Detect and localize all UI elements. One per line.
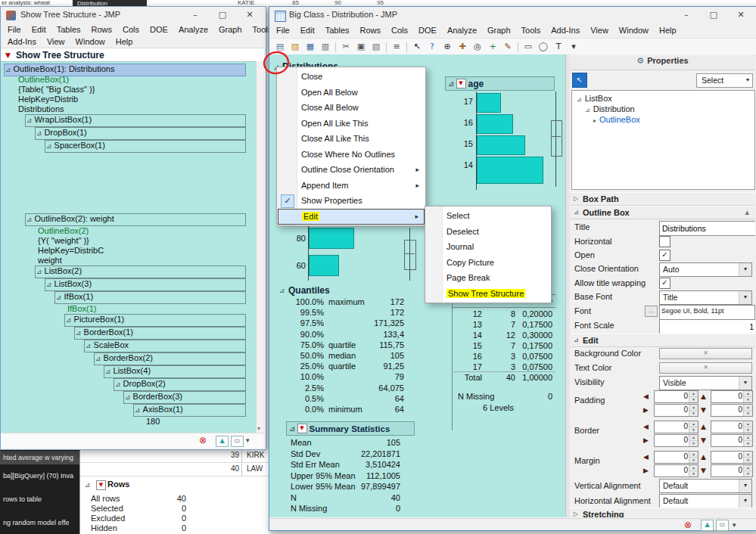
- menu-analyze[interactable]: Analyze: [173, 23, 213, 36]
- border-bottom-spinner[interactable]: 0▴▾: [711, 434, 753, 447]
- prop-checkbox-horizontal[interactable]: [659, 236, 670, 247]
- spin-down-icon[interactable]: ▾: [743, 427, 752, 433]
- copy-icon[interactable]: ▣: [353, 40, 369, 54]
- menu-graph[interactable]: Graph: [213, 23, 247, 36]
- prop-select-close-orientation[interactable]: Auto▾: [659, 262, 752, 277]
- padding-bottom-spinner[interactable]: 0▴▾: [711, 404, 753, 417]
- tree-item[interactable]: ⊿BorderBox(1): [74, 327, 246, 340]
- background-color-swatch[interactable]: ✕: [659, 348, 752, 359]
- close-report-icon[interactable]: ⊗: [199, 435, 207, 446]
- disclosure-icon[interactable]: ⊿: [279, 287, 285, 294]
- tree-item[interactable]: ⊿ListBox(2): [35, 265, 246, 278]
- tree-window-titlebar[interactable]: Show Tree Structure - JMP – □ ✕: [1, 7, 266, 23]
- margin-left-spinner[interactable]: 0▴▾: [654, 451, 698, 464]
- menu-graph[interactable]: Graph: [482, 24, 516, 38]
- tree-item[interactable]: OutlineBox(1): [18, 75, 69, 85]
- dropdown-icon[interactable]: ▾: [246, 436, 250, 444]
- paste-icon[interactable]: ▧: [369, 40, 384, 54]
- weight-histogram-bar[interactable]: [309, 255, 339, 276]
- tree-item[interactable]: ⊿IfBox(1): [54, 291, 246, 304]
- section-edit[interactable]: ⊿Edit: [570, 334, 755, 347]
- spin-up-icon[interactable]: ▴: [689, 465, 698, 471]
- tree-item[interactable]: ⊿OutlineBox(2): weight: [25, 213, 246, 226]
- tree-scrollbar[interactable]: ▾: [256, 61, 265, 433]
- spin-up-icon[interactable]: ▴: [743, 391, 752, 397]
- disclosure-icon[interactable]: ⊿: [65, 316, 74, 324]
- submenu-item-copy-picture[interactable]: Copy Picture: [426, 255, 550, 270]
- spin-down-icon[interactable]: ▾: [743, 411, 752, 416]
- oval-tool-icon[interactable]: ◯: [536, 40, 551, 54]
- disclosure-icon[interactable]: ⊿: [5, 66, 14, 73]
- spin-up-icon[interactable]: ▴: [689, 405, 698, 411]
- margin-top-spinner[interactable]: 0▴▾: [711, 451, 753, 464]
- tree-item[interactable]: ⊿SpacerBox(1): [45, 140, 246, 153]
- context-menu-item-show-properties[interactable]: ✓Show Properties: [278, 193, 425, 208]
- tree-item[interactable]: ⊿BorderBox(2): [94, 352, 246, 365]
- tree-item[interactable]: ⊿AxisBox(1): [133, 404, 246, 417]
- properties-tree-item-distribution[interactable]: ⊿Distribution: [585, 104, 635, 113]
- margin-right-spinner[interactable]: 0▴▾: [654, 464, 698, 477]
- disclosure-icon[interactable]: ⊿: [85, 342, 94, 349]
- plus-icon[interactable]: +: [485, 40, 500, 54]
- disclosure-icon[interactable]: ⊿: [45, 142, 54, 150]
- spin-down-icon[interactable]: ▾: [743, 458, 752, 463]
- spin-down-icon[interactable]: ▾: [689, 458, 698, 463]
- spin-up-icon[interactable]: ▴: [689, 391, 698, 397]
- weight-histogram-bar[interactable]: [309, 228, 354, 249]
- spin-down-icon[interactable]: ▾: [689, 411, 698, 416]
- window-mode-icon[interactable]: ▭: [231, 436, 244, 447]
- context-menu-item-close[interactable]: Close: [278, 69, 425, 84]
- spin-down-icon[interactable]: ▾: [689, 471, 698, 477]
- minimize-button[interactable]: –: [182, 7, 208, 23]
- prop-select-base-font[interactable]: Title▾: [659, 290, 752, 305]
- disclosure-icon[interactable]: ⊿: [36, 268, 45, 275]
- disclosure-icon[interactable]: ⊿: [36, 129, 45, 137]
- annotate-icon[interactable]: ✎: [500, 40, 515, 54]
- disclosure-icon[interactable]: ▷: [574, 508, 578, 517]
- context-menu-item-open-all-below[interactable]: Open All Below: [278, 85, 425, 100]
- scroll-up-icon[interactable]: ▲: [216, 436, 229, 447]
- tree-item[interactable]: IfBox(1): [67, 304, 97, 314]
- close-report-icon[interactable]: ⊗: [684, 520, 692, 530]
- minimize-button[interactable]: –: [674, 7, 699, 23]
- age-histogram-bar[interactable]: [477, 157, 543, 184]
- menu-edit[interactable]: Edit: [26, 23, 51, 36]
- menu-tools[interactable]: Tools: [516, 24, 546, 38]
- help-icon[interactable]: ?: [425, 40, 440, 54]
- section-box-path[interactable]: ▷Box Path: [570, 192, 755, 206]
- red-triangle-button[interactable]: ▼: [456, 79, 466, 88]
- disclosure-icon[interactable]: ▷: [574, 193, 578, 205]
- menu-cols[interactable]: Cols: [117, 23, 145, 36]
- crosshair-icon[interactable]: ⊕: [440, 40, 455, 54]
- disclosure-icon[interactable]: ⊿: [574, 206, 579, 219]
- submenu-item-select[interactable]: Select: [426, 208, 550, 223]
- prop-input-title[interactable]: [659, 221, 755, 236]
- disclosure-icon[interactable]: ⊿: [26, 116, 35, 124]
- font-picker-button[interactable]: …: [645, 306, 658, 317]
- disclosure-icon[interactable]: ⊿: [577, 96, 582, 103]
- tree-item[interactable]: ⊿BorderBox(3): [123, 391, 246, 404]
- scroll-down-icon[interactable]: ▾: [257, 425, 260, 432]
- menu-tables[interactable]: Tables: [51, 23, 86, 36]
- window-mode-icon[interactable]: ▭: [716, 520, 729, 531]
- menu-window[interactable]: Window: [70, 36, 110, 48]
- disclosure-icon[interactable]: ⊿: [95, 355, 104, 362]
- spin-down-icon[interactable]: ▾: [743, 397, 752, 402]
- save-icon[interactable]: ▦: [303, 40, 318, 54]
- tree-item[interactable]: HelpKey=Distrib: [18, 95, 78, 104]
- spin-up-icon[interactable]: ▴: [743, 452, 752, 458]
- properties-tree-item-outlinebox[interactable]: ▸OutlineBox: [593, 115, 640, 124]
- tree-item[interactable]: ⊿PictureBox(1): [64, 314, 246, 327]
- spin-down-icon[interactable]: ▾: [689, 441, 698, 446]
- tree-item[interactable]: 180: [146, 417, 160, 427]
- disclosure-icon[interactable]: ⊿: [289, 425, 295, 433]
- background-menu-item[interactable]: rows to table: [0, 492, 79, 506]
- menu-tables[interactable]: Tables: [320, 24, 355, 38]
- menu-doe[interactable]: DOE: [145, 23, 173, 36]
- menu-rows[interactable]: Rows: [355, 24, 387, 38]
- prop-font-value[interactable]: Segoe UI, Bold, 11pt: [659, 305, 755, 321]
- menu-doe[interactable]: DOE: [413, 24, 442, 38]
- tree-item[interactable]: ⊿ScaleBox: [84, 340, 246, 352]
- menu-help[interactable]: Help: [110, 36, 138, 48]
- disclosure-icon[interactable]: ⊿: [585, 107, 590, 113]
